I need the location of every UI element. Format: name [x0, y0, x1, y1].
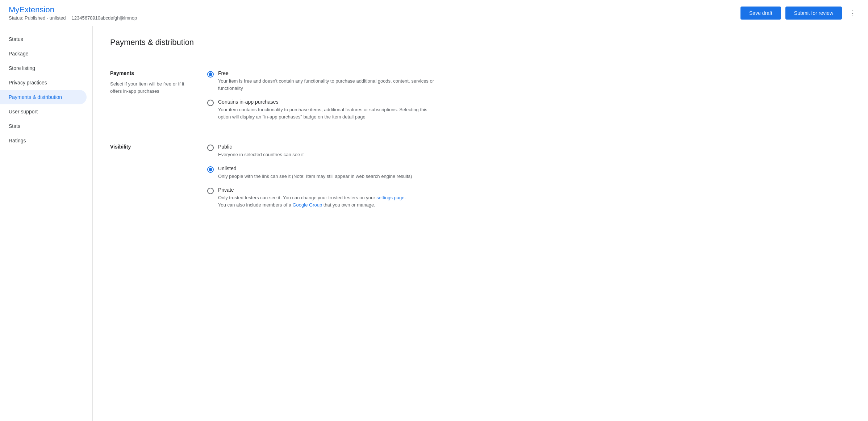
- visibility-label: Visibility: [110, 144, 190, 208]
- sidebar-item-status[interactable]: Status: [0, 32, 87, 46]
- private-desc-after: You can also include members of a: [218, 202, 292, 208]
- visibility-private-desc: Only trusted testers can see it. You can…: [218, 194, 406, 208]
- visibility-unlisted-label: Unlisted: [218, 166, 412, 171]
- more-options-icon[interactable]: ⋮: [846, 7, 859, 20]
- sidebar-item-user-support[interactable]: User support: [0, 104, 87, 119]
- visibility-private-label: Private: [218, 187, 406, 193]
- sidebar: Status Package Store listing Privacy pra…: [0, 26, 93, 421]
- status-label: Status: Published - unlisted: [9, 15, 66, 21]
- visibility-public-text: Public Everyone in selected countries ca…: [218, 144, 304, 158]
- payments-free-text: Free Your item is free and doesn't conta…: [218, 70, 435, 92]
- payments-inapp-option: Contains in-app purchases Your item cont…: [207, 99, 851, 120]
- private-desc-end: that you own or manage.: [322, 202, 375, 208]
- app-id: 12345678910abcdefghijklmnop: [72, 15, 137, 21]
- sidebar-item-privacy-practices[interactable]: Privacy practices: [0, 75, 87, 90]
- payments-label: Payments Select if your item will be fre…: [110, 70, 190, 120]
- sidebar-item-payments-distribution[interactable]: Payments & distribution: [0, 90, 87, 104]
- visibility-public-label: Public: [218, 144, 304, 150]
- visibility-title: Visibility: [110, 144, 190, 150]
- visibility-public-desc: Everyone in selected countries can see i…: [218, 151, 304, 158]
- settings-page-link[interactable]: settings page: [376, 195, 404, 200]
- payments-title: Payments: [110, 70, 190, 76]
- visibility-public-option: Public Everyone in selected countries ca…: [207, 144, 851, 158]
- header-left: MyExtension Status: Published - unlisted…: [9, 5, 740, 21]
- visibility-unlisted-text: Unlisted Only people with the link can s…: [218, 166, 412, 180]
- payments-free-desc: Your item is free and doesn't contain an…: [218, 78, 435, 92]
- payments-inapp-label: Contains in-app purchases: [218, 99, 435, 105]
- sidebar-item-ratings[interactable]: Ratings: [0, 133, 87, 148]
- visibility-section: Visibility Public Everyone in selected c…: [110, 132, 851, 220]
- payments-content: Free Your item is free and doesn't conta…: [190, 70, 851, 120]
- visibility-unlisted-radio[interactable]: [207, 166, 214, 173]
- app-title: MyExtension: [9, 5, 740, 14]
- payments-section: Payments Select if your item will be fre…: [110, 59, 851, 132]
- private-desc-before: Only trusted testers can see it. You can…: [218, 195, 376, 200]
- payments-free-label: Free: [218, 70, 435, 76]
- save-draft-button[interactable]: Save draft: [740, 7, 781, 20]
- header-right: Save draft Submit for review ⋮: [740, 7, 859, 20]
- sidebar-item-package[interactable]: Package: [0, 46, 87, 61]
- payments-inapp-text: Contains in-app purchases Your item cont…: [218, 99, 435, 120]
- submit-review-button[interactable]: Submit for review: [785, 7, 842, 20]
- visibility-unlisted-option: Unlisted Only people with the link can s…: [207, 166, 851, 180]
- payments-description: Select if your item will be free or if i…: [110, 80, 190, 95]
- google-group-link[interactable]: Google Group: [292, 202, 322, 208]
- main-content: Payments & distribution Payments Select …: [93, 26, 868, 421]
- visibility-unlisted-desc: Only people with the link can see it (No…: [218, 173, 412, 180]
- sidebar-item-stats[interactable]: Stats: [0, 119, 87, 133]
- visibility-public-radio[interactable]: [207, 145, 214, 151]
- payments-free-radio[interactable]: [207, 71, 214, 78]
- layout: Status Package Store listing Privacy pra…: [0, 26, 868, 421]
- visibility-private-option: Private Only trusted testers can see it.…: [207, 187, 851, 208]
- app-meta: Status: Published - unlisted 12345678910…: [9, 15, 740, 21]
- visibility-private-text: Private Only trusted testers can see it.…: [218, 187, 406, 208]
- sidebar-item-store-listing[interactable]: Store listing: [0, 61, 87, 75]
- private-desc-period: .: [405, 195, 406, 200]
- visibility-content: Public Everyone in selected countries ca…: [190, 144, 851, 208]
- visibility-private-radio[interactable]: [207, 188, 214, 194]
- header: MyExtension Status: Published - unlisted…: [0, 0, 868, 26]
- payments-inapp-radio[interactable]: [207, 100, 214, 106]
- page-title: Payments & distribution: [110, 38, 851, 47]
- payments-inapp-desc: Your item contains functionality to purc…: [218, 106, 435, 120]
- payments-free-option: Free Your item is free and doesn't conta…: [207, 70, 851, 92]
